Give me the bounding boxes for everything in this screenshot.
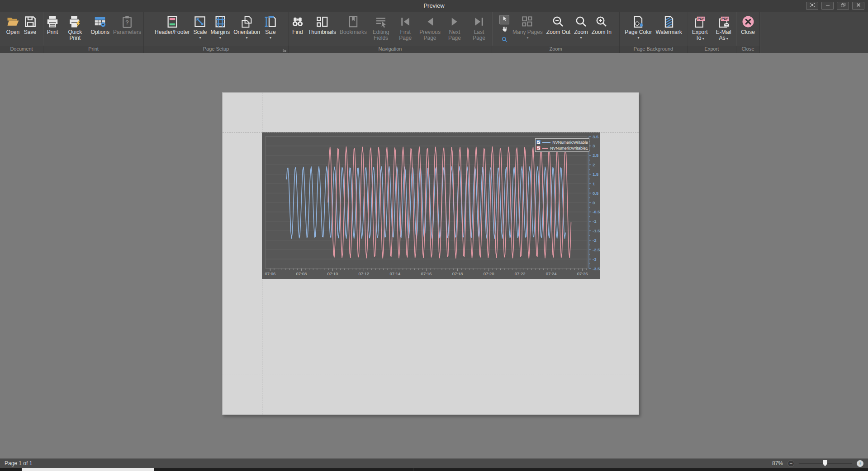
header-footer-label: Header/Footer [155,29,190,35]
svg-text:2.5: 2.5 [593,153,599,158]
ribbon-group-print: Print Quick Print Options ? Parameters P… [43,12,144,53]
svg-text:3.5: 3.5 [593,134,599,139]
zoom-decrease-button[interactable]: − [787,460,794,467]
find-icon [291,15,304,28]
save-button[interactable]: Save [22,13,39,46]
quick-print-button[interactable]: Quick Print [61,13,89,46]
zoom-icon [574,15,588,28]
editing-fields-icon [374,15,388,28]
margins-button[interactable]: Margins [209,13,232,46]
legend-line-sample [542,148,548,149]
svg-text:PDF: PDF [697,17,705,21]
svg-text:?: ? [125,19,129,26]
orientation-button[interactable]: Orientation [232,13,262,46]
group-label-print: Print [43,46,143,53]
bookmarks-label: Bookmarks [340,29,367,35]
header-footer-button[interactable]: Header/Footer [153,13,191,46]
margins-icon [213,15,227,28]
preview-page: 07:0607:0807:1007:1207:1407:1607:1807:20… [222,92,639,415]
svg-text:07:14: 07:14 [390,271,401,276]
size-icon [264,15,277,28]
print-button[interactable]: Print [44,13,61,46]
print-label: Print [47,29,58,35]
svg-text:-3: -3 [593,257,596,262]
first-page-icon [398,15,412,28]
many-pages-icon [521,15,534,28]
zoom-button[interactable]: Zoom [572,13,590,46]
group-label-page-background: Page Background [620,46,687,53]
scale-label: Scale [193,29,207,40]
margin-guide-right [600,93,600,414]
orientation-icon [240,15,254,28]
window-title: Preview [0,2,868,9]
legend-series-name: NVNumericWritable [552,140,588,145]
thumbnails-button[interactable]: Thumbnails [306,13,338,46]
pointer-icon [501,15,508,24]
watermark-label: Watermark [655,29,682,35]
legend-line-sample [542,142,550,143]
ribbon-group-document: Open Save Document [0,12,43,53]
restore-button[interactable] [837,2,849,10]
first-page-button: First Page [393,13,417,46]
export-to-button[interactable]: PDF Export To [688,13,712,46]
zoom-tools-column [498,13,511,46]
close-preview-icon [741,15,755,28]
svg-text:0: 0 [593,200,595,205]
svg-text:-0.5: -0.5 [593,209,600,214]
taskbar-edge [0,468,868,471]
zoom-slider-handle[interactable] [823,460,827,466]
ribbon-group-close: Close Close [736,12,760,53]
editing-fields-label: Editing Fields [370,29,391,41]
fullscreen-button[interactable] [806,2,818,10]
svg-text:07:16: 07:16 [421,271,432,276]
svg-text:-1: -1 [593,219,597,224]
thumbnails-label: Thumbnails [308,29,336,35]
options-label: Options [91,29,109,35]
find-button[interactable]: Find [289,13,306,46]
group-label-zoom: Zoom [492,46,619,53]
svg-text:-2: -2 [593,238,596,243]
legend-series-name: NVNumericWritable1 [550,146,588,151]
svg-text:07:08: 07:08 [296,271,307,276]
zoom-out-label: Zoom Out [546,29,570,35]
size-label: Size [265,29,275,40]
zoom-out-button[interactable]: Zoom Out [545,13,572,46]
close-icon [855,2,862,10]
group-label-navigation: Navigation [289,46,492,53]
options-button[interactable]: Options [89,13,111,46]
header-footer-icon [166,15,179,28]
page-color-button[interactable]: Page Color [623,13,654,46]
pointer-tool-button[interactable] [499,15,509,24]
zoom-in-button[interactable]: Zoom In [590,13,613,46]
last-page-icon [472,15,486,28]
open-label: Open [6,29,19,35]
hand-tool-button[interactable] [499,25,509,35]
svg-text:07:22: 07:22 [515,271,526,276]
zoom-slider[interactable] [799,463,852,464]
fullscreen-icon [809,2,816,10]
zoom-out-icon [551,15,565,28]
taskbar-app-segment[interactable] [22,468,154,471]
previous-page-button: Previous Page [417,13,442,46]
page-color-label: Page Color [625,29,652,40]
email-as-button[interactable]: PDF E-Mail As [712,13,736,46]
close-preview-button[interactable]: Close [739,13,757,46]
bookmarks-button: Bookmarks [338,13,369,46]
minimize-button[interactable] [821,2,834,10]
close-window-button[interactable] [852,2,864,10]
page-count-text: Page 1 of 1 [0,460,772,466]
group-label-page-setup: Page Setup [144,46,288,53]
watermark-button[interactable]: Watermark [654,13,683,46]
svg-text:0.5: 0.5 [593,191,599,196]
size-button[interactable]: Size [262,13,279,46]
svg-text:PDF: PDF [721,17,729,21]
magnifier-tool-button[interactable] [499,36,509,45]
open-button[interactable]: Open [5,13,22,46]
zoom-increase-button[interactable]: + [857,460,863,467]
zoom-cluster: 87% − + [772,460,868,467]
scale-button[interactable]: Scale [191,13,209,46]
bookmarks-icon [346,15,360,28]
svg-text:3: 3 [593,143,595,148]
dialog-launcher-icon[interactable] [282,47,287,52]
magnifier-icon [501,36,508,45]
